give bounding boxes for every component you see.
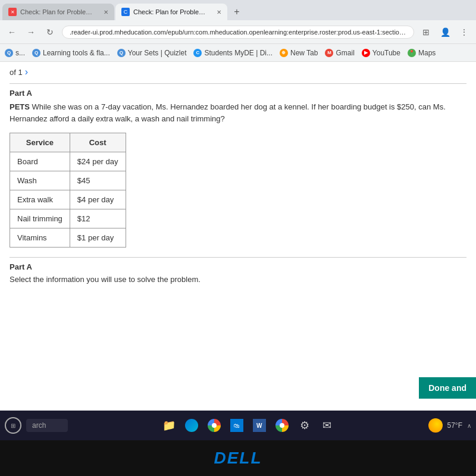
tab-inactive[interactable]: ✕ Check: Plan for Problem Solving ✕ — [2, 4, 114, 20]
bookmark-icon-newtab: ⊕ — [280, 49, 288, 57]
bookmark-maps[interactable]: 📍 Maps — [408, 49, 436, 57]
bookmark-label-quizlet: Your Sets | Quizlet — [128, 49, 187, 57]
service-wash-cost: $45 — [70, 171, 126, 190]
taskbar-search[interactable]: arch — [26, 419, 68, 432]
bookmark-icon-quizlet: Q — [117, 49, 126, 57]
tab-close-2[interactable]: ✕ — [217, 9, 221, 15]
service-nail-label: Nail trimming — [10, 209, 70, 228]
weather-icon — [428, 418, 443, 433]
browser-frame: ✕ Check: Plan for Problem Solving ✕ C Ch… — [0, 0, 476, 476]
bookmark-icon-myde: C — [193, 49, 202, 57]
dell-logo-area: DELL — [0, 440, 476, 476]
gear-icon: ⚙ — [300, 419, 309, 432]
tab-bar: ✕ Check: Plan for Problem Solving ✕ C Ch… — [0, 0, 476, 20]
temperature-label: 57°F — [447, 421, 462, 430]
table-row: Wash $45 — [10, 171, 126, 190]
tab-close-1[interactable]: ✕ — [104, 9, 108, 15]
tab-label-1: Check: Plan for Problem Solving — [20, 8, 98, 15]
bookmark-label-gmail: Gmail — [336, 49, 354, 57]
page-inner: of 1 › Part A PETS While she was on a 7-… — [0, 62, 476, 411]
done-button-wrap: Done and — [419, 377, 476, 399]
taskbar-icons: 📁 🛍 W ⚙ — [73, 417, 424, 434]
new-tab-button[interactable]: + — [228, 4, 245, 20]
bookmark-gmail[interactable]: M Gmail — [325, 49, 354, 57]
store-icon[interactable]: 🛍 — [228, 417, 245, 434]
pagination-text: of 1 — [10, 68, 23, 77]
table-col-cost: Cost — [70, 133, 126, 152]
service-board-label: Board — [10, 152, 70, 171]
page-content: of 1 › Part A PETS While she was on a 7-… — [0, 62, 476, 411]
bookmark-youtube[interactable]: ▶ YouTube — [362, 49, 400, 57]
bookmark-myde[interactable]: C Students MyDE | Di... — [193, 49, 273, 57]
reload-button[interactable]: ↻ — [43, 25, 57, 39]
table-row: Extra walk $4 per day — [10, 190, 126, 209]
tab-favicon-2: C — [121, 8, 130, 16]
bookmark-icon-s: Q — [5, 49, 13, 57]
bookmark-label-learning: Learning tools & fla... — [43, 49, 110, 57]
table-row: Vitamins $1 per day — [10, 228, 126, 248]
part-a-header: Part A — [10, 83, 466, 98]
bookmark-s[interactable]: Q s... — [5, 49, 25, 57]
service-extrawalk-label: Extra walk — [10, 190, 70, 209]
question-prefix: PETS — [10, 102, 30, 111]
service-table: Service Cost Board $24 per day Wash $45 … — [10, 133, 126, 248]
pagination: of 1 › — [10, 67, 466, 77]
bookmark-label-maps: Maps — [418, 49, 436, 57]
settings-icon[interactable]: ⚙ — [296, 417, 313, 434]
bookmark-icon-youtube: ▶ — [362, 49, 370, 57]
forward-button[interactable]: → — [24, 25, 38, 39]
question-text: PETS While she was on a 7-day vacation, … — [10, 101, 466, 124]
url-bar[interactable]: .reader-ui.prod.mheducation.com/epub/urn… — [62, 26, 414, 39]
tab-label-2: Check: Plan for Problem Solving — [133, 8, 211, 15]
store-square-icon: 🛍 — [230, 419, 243, 432]
bookmark-icon-maps: 📍 — [408, 49, 416, 57]
word-w-icon: W — [253, 419, 266, 432]
part-a-section: Part A Select the information you will u… — [10, 257, 466, 284]
tab-active[interactable]: C Check: Plan for Problem Solving ✕ — [115, 4, 227, 20]
service-vitamins-label: Vitamins — [10, 228, 70, 248]
file-explorer-icon[interactable]: 📁 — [161, 417, 177, 434]
done-button[interactable]: Done and — [419, 377, 476, 399]
bookmark-quizlet[interactable]: Q Your Sets | Quizlet — [117, 49, 187, 57]
bookmark-newtab[interactable]: ⊕ New Tab — [280, 49, 318, 57]
chrome-circle-icon — [208, 419, 221, 432]
bookmark-label-youtube: YouTube — [372, 49, 400, 57]
bookmarks-bar: Q s... Q Learning tools & fla... Q Your … — [0, 44, 476, 62]
back-button[interactable]: ← — [5, 25, 19, 39]
bookmark-label-newtab: New Tab — [290, 49, 318, 57]
bookmark-icon-gmail: M — [325, 49, 333, 57]
address-bar: ← → ↻ .reader-ui.prod.mheducation.com/ep… — [0, 20, 476, 44]
bookmark-label-myde: Students MyDE | Di... — [204, 49, 273, 57]
service-nail-cost: $12 — [70, 209, 126, 228]
mail-icon[interactable]: ✉ — [319, 417, 336, 434]
part-a-section-header: Part A — [10, 257, 466, 271]
windows-start-button[interactable]: ⊞ — [5, 417, 21, 434]
table-col-service: Service — [10, 133, 70, 152]
bookmark-label-s: s... — [15, 49, 25, 57]
word-icon[interactable]: W — [251, 417, 268, 434]
table-header-row: Service Cost — [10, 133, 126, 152]
service-wash-label: Wash — [10, 171, 70, 190]
bookmark-icon-learning: Q — [32, 49, 40, 57]
edge-icon[interactable] — [183, 417, 200, 434]
mail-envelope-icon: ✉ — [322, 419, 331, 432]
service-board-cost: $24 per day — [70, 152, 126, 171]
table-row: Board $24 per day — [10, 152, 126, 171]
menu-button[interactable]: ⋮ — [457, 25, 471, 39]
select-instruction: Select the information you will use to s… — [10, 275, 466, 284]
bookmark-learning-tools[interactable]: Q Learning tools & fla... — [32, 49, 110, 57]
profile-button[interactable]: 👤 — [438, 25, 452, 39]
chrome-icon-2[interactable] — [274, 417, 290, 434]
extensions-button[interactable]: ⊞ — [419, 25, 433, 39]
question-body: While she was on a 7-day vacation, Ms. H… — [10, 102, 446, 123]
folder-icon: 📁 — [162, 419, 176, 432]
taskbar: ⊞ arch 📁 🛍 W — [0, 411, 476, 440]
table-row: Nail trimming $12 — [10, 209, 126, 228]
expand-icon[interactable]: ∧ — [467, 422, 471, 429]
service-vitamins-cost: $1 per day — [70, 228, 126, 248]
pagination-next-chevron[interactable]: › — [25, 67, 28, 77]
taskbar-search-label: arch — [32, 421, 46, 430]
chrome-icon[interactable] — [206, 417, 223, 434]
edge-circle-icon — [185, 419, 198, 432]
chrome-circle-icon-2 — [275, 419, 289, 432]
